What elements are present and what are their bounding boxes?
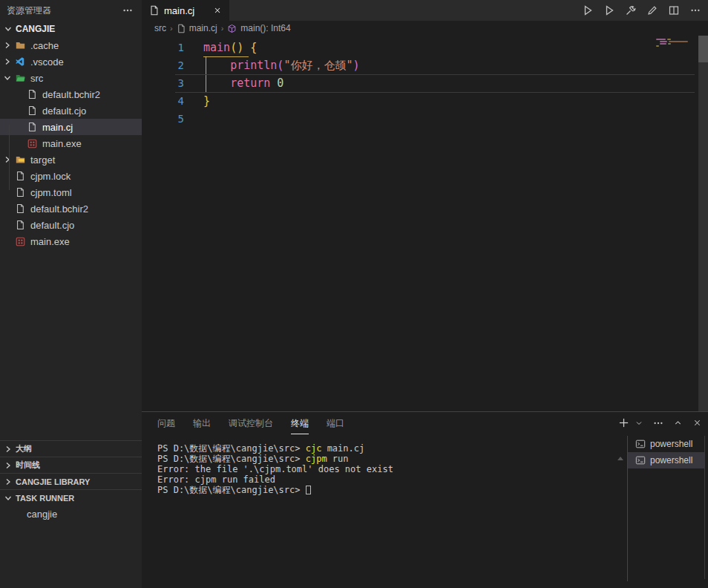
close-tab-icon[interactable] (213, 6, 222, 15)
explorer-title: 资源管理器 (7, 4, 51, 17)
tree-item-.cache[interactable]: .cache (0, 37, 142, 53)
current-line-border-bottom (175, 92, 695, 93)
panel-tab-terminal[interactable]: 终端 (291, 417, 309, 434)
terminal-icon (635, 455, 646, 466)
sidebar-sections: 大纲 时间线 CANGJIE LIBRARY TASK RUNNER cangj… (0, 440, 142, 522)
minimap-mark (660, 41, 667, 42)
file-icon (25, 122, 39, 132)
terminal-instance-label: powershell (650, 455, 692, 466)
chevron-right-icon (1, 56, 13, 68)
split-editor-icon[interactable] (667, 4, 681, 17)
tree-item-src[interactable]: src (0, 70, 142, 86)
file-icon (177, 24, 186, 33)
task-item-cangjie[interactable]: cangjie (0, 506, 142, 522)
tree-item-main.cj[interactable]: main.cj (0, 119, 142, 135)
breadcrumb-file[interactable]: main.cj (189, 23, 217, 33)
tree-item-cjpm.lock[interactable]: cjpm.lock (0, 168, 142, 184)
current-line-border-top (175, 74, 695, 75)
section-outline[interactable]: 大纲 (0, 440, 142, 457)
tree-item-default.bchir2[interactable]: default.bchir2 (0, 200, 142, 217)
section-label: CANGJIE LIBRARY (16, 477, 90, 486)
file-icon (13, 220, 27, 230)
file-icon (25, 105, 39, 116)
chevron-down-icon (1, 72, 13, 84)
terminal-list-scrollbar[interactable] (704, 436, 705, 579)
folder-target-icon (13, 154, 27, 165)
tree-indent-guide (9, 125, 10, 190)
chevron-right-icon (2, 443, 14, 455)
tree-item-label: default.bchir2 (27, 203, 88, 215)
code-editor[interactable]: 1main() {2 println("你好，仓颉")3 return 04}5 (142, 36, 708, 411)
file-icon (25, 89, 39, 99)
section-cangjie-library[interactable]: CANGJIE LIBRARY (0, 473, 142, 489)
folder-icon (13, 40, 27, 50)
chevron-right-icon (1, 39, 13, 51)
minimap-mark (656, 45, 659, 47)
tree-item-label: default.cjo (27, 220, 74, 231)
terminal-line: Error: cjpm run failed (157, 474, 393, 485)
tree-item-label: cjpm.lock (27, 171, 71, 182)
close-panel-icon[interactable] (692, 418, 702, 428)
terminal-icon (635, 439, 646, 449)
code-text (184, 110, 203, 128)
code-text: } (184, 92, 210, 110)
panel-tab-ports[interactable]: 端口 (327, 417, 344, 434)
breadcrumb-separator: › (170, 24, 173, 33)
tree-item-label: main.exe (27, 236, 70, 247)
file-icon (149, 5, 159, 16)
tree-item-default.bchir2[interactable]: default.bchir2 (0, 86, 142, 102)
tree-item-cjpm.toml[interactable]: cjpm.toml (0, 184, 142, 200)
launch-profile-chevron-icon[interactable] (635, 419, 643, 428)
tree-item-label: .cache (27, 40, 59, 51)
more-icon[interactable] (653, 418, 663, 428)
scrollbar-thumb[interactable] (698, 36, 708, 62)
breadcrumb-symbol[interactable]: main(): Int64 (240, 23, 290, 33)
chevron-down-icon (2, 23, 14, 35)
terminal-instance[interactable]: powershell (628, 452, 704, 468)
file-icon (13, 171, 27, 181)
edit-pencil-icon[interactable] (646, 4, 659, 17)
minimap-mark (660, 43, 666, 45)
panel-tab-debug-console[interactable]: 调试控制台 (229, 417, 273, 434)
section-label: 时间线 (16, 460, 40, 471)
code-line-3[interactable]: 3 return 0 (142, 74, 708, 92)
tree-item-default.cjo[interactable]: default.cjo (0, 217, 142, 233)
explorer-more-icon[interactable] (122, 5, 133, 16)
code-line-5[interactable]: 5 (142, 110, 708, 128)
tree-item-label: src (27, 73, 43, 84)
breadcrumb-separator: › (221, 24, 224, 33)
tab-main-cj[interactable]: main.cj (142, 0, 229, 21)
chevron-right-icon (2, 476, 14, 488)
tree-item-target[interactable]: target (0, 151, 142, 168)
panel-actions (618, 417, 702, 428)
tree-root-cangjie[interactable]: CANGJIE (0, 21, 142, 37)
terminal-output[interactable]: PS D:\数据\编程\cangjie\src> cjc main.cjPS D… (157, 443, 393, 495)
tree-item-main.exe[interactable]: main.exe (0, 233, 142, 249)
section-timeline[interactable]: 时间线 (0, 457, 142, 473)
panel-tab-output[interactable]: 输出 (193, 417, 211, 434)
symbol-method-icon (227, 24, 237, 33)
maximize-panel-icon[interactable] (673, 418, 683, 428)
run-alt-icon[interactable] (603, 4, 616, 17)
build-hammer-icon[interactable] (624, 4, 637, 17)
code-line-1[interactable]: 1main() { (142, 39, 708, 56)
run-icon[interactable] (581, 4, 594, 17)
code-line-4[interactable]: 4} (142, 92, 708, 110)
terminal-instance[interactable]: powershell (628, 436, 704, 452)
new-terminal-icon[interactable] (618, 417, 629, 428)
section-task-runner[interactable]: TASK RUNNER (0, 489, 142, 506)
more-actions-icon[interactable] (689, 4, 702, 17)
tree-item-.vscode[interactable]: .vscode (0, 53, 142, 70)
root-folder-label: CANGJIE (16, 24, 55, 34)
tree-item-main.exe[interactable]: main.exe (0, 135, 142, 151)
tree-item-label: main.cj (39, 122, 73, 133)
terminal-cursor (306, 486, 311, 494)
code-text: return 0 (184, 74, 283, 92)
breadcrumb-src[interactable]: src (154, 23, 166, 33)
code-line-2[interactable]: 2 println("你好，仓颉") (142, 56, 708, 74)
explorer-header: 资源管理器 (0, 0, 142, 21)
panel-tab-problems[interactable]: 问题 (157, 417, 175, 434)
minimap[interactable] (656, 36, 693, 125)
editor-scrollbar[interactable] (698, 36, 708, 411)
tree-item-default.cjo[interactable]: default.cjo (0, 102, 142, 119)
